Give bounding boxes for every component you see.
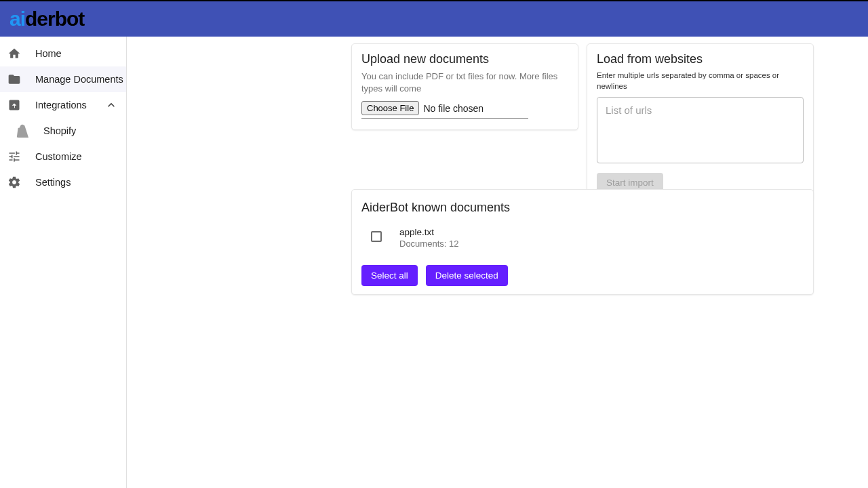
shopify-icon — [15, 123, 30, 138]
main-content: Upload new documents You can include PDF… — [127, 37, 868, 488]
sidebar-item-label: Settings — [35, 177, 71, 188]
sidebar: Home Manage Documents Integrations Shopi… — [0, 37, 127, 488]
load-hint: Enter multiple urls separated by comma o… — [597, 70, 804, 92]
select-all-button[interactable]: Select all — [361, 265, 418, 286]
folder-icon — [7, 72, 22, 87]
document-subtext: Documents: 12 — [399, 239, 458, 249]
sidebar-subitem-shopify[interactable]: Shopify — [0, 118, 126, 144]
sidebar-item-label: Home — [35, 48, 62, 59]
sidebar-item-manage-documents[interactable]: Manage Documents — [0, 66, 126, 92]
sidebar-item-settings[interactable]: Settings — [0, 169, 126, 195]
load-title: Load from websites — [597, 52, 804, 66]
urls-textarea[interactable] — [597, 97, 804, 163]
load-websites-card: Load from websites Enter multiple urls s… — [587, 43, 814, 201]
upload-card: Upload new documents You can include PDF… — [351, 43, 578, 130]
brand-logo: aiderbot — [9, 7, 84, 30]
known-documents-card: AiderBot known documents apple.txt Docum… — [351, 189, 814, 295]
home-icon — [7, 46, 22, 61]
document-row: apple.txt Documents: 12 — [371, 227, 804, 249]
gear-icon — [7, 175, 22, 190]
file-input-underline — [361, 118, 528, 119]
sidebar-item-customize[interactable]: Customize — [0, 144, 126, 169]
delete-selected-button[interactable]: Delete selected — [426, 265, 508, 286]
no-file-label: No file chosen — [423, 103, 484, 114]
document-checkbox[interactable] — [371, 231, 382, 242]
topbar: aiderbot — [0, 0, 868, 37]
sidebar-item-home[interactable]: Home — [0, 41, 126, 66]
sidebar-item-integrations[interactable]: Integrations — [0, 92, 126, 118]
sidebar-item-label: Manage Documents — [35, 74, 123, 85]
chevron-up-icon — [104, 98, 118, 112]
upload-hint: You can include PDF or txt files for now… — [361, 70, 568, 94]
document-name: apple.txt — [399, 227, 458, 237]
brand-suffix: derbot — [25, 7, 84, 30]
sidebar-item-label: Integrations — [35, 100, 87, 110]
integration-icon — [7, 98, 22, 113]
tune-icon — [7, 149, 22, 164]
sidebar-item-label: Shopify — [43, 125, 76, 136]
known-title: AiderBot known documents — [361, 201, 804, 215]
sidebar-item-label: Customize — [35, 151, 82, 162]
choose-file-button[interactable]: Choose File — [361, 101, 419, 115]
brand-prefix: ai — [9, 7, 25, 30]
upload-title: Upload new documents — [361, 52, 568, 66]
